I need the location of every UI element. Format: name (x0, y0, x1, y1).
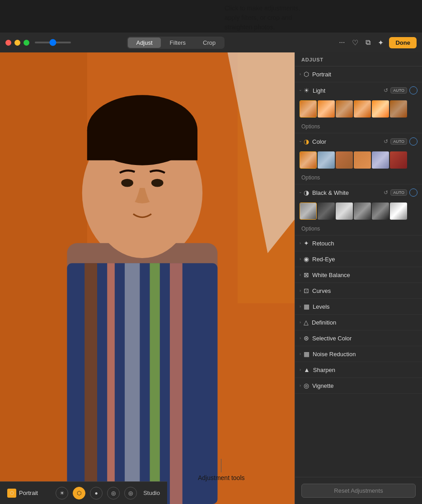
color-thumb-1[interactable] (300, 151, 317, 169)
close-button[interactable] (5, 40, 11, 46)
light-chevron: › (298, 90, 303, 91)
curves-section-header[interactable]: › ⊡ Curves (295, 283, 422, 298)
bw-thumb-3[interactable] (336, 203, 353, 220)
layers-button[interactable]: ⧉ (364, 37, 372, 48)
section-sharpen: › ▲ Sharpen (295, 362, 422, 378)
traffic-lights (5, 40, 29, 46)
vignette-section-header[interactable]: › ◎ Vignette (295, 378, 422, 393)
selectivecolor-label-text: Selective Color (312, 335, 417, 342)
bw-thumb-6[interactable] (390, 203, 407, 220)
right-panel: ADJUST › ⬡ Portrait › ☀ Light ↺ AUTO (295, 52, 422, 504)
light-thumb-5[interactable] (372, 100, 389, 118)
bw-thumb-2[interactable] (318, 203, 335, 220)
brightness-slider[interactable] (35, 42, 71, 43)
more-button[interactable]: ··· (337, 37, 347, 48)
minimize-button[interactable] (14, 40, 20, 46)
portrait-chevron: › (300, 72, 301, 76)
light-thumb-1[interactable] (300, 100, 317, 118)
bw-thumb-1[interactable] (300, 203, 317, 220)
color-options-label[interactable]: Options (301, 174, 320, 181)
noisereduction-section-header[interactable]: › ▦ Noise Reduction (295, 346, 422, 362)
color-toggle-btn[interactable] (409, 137, 417, 146)
light-auto-badge[interactable]: AUTO (390, 87, 407, 94)
retouch-section-header[interactable]: › ✦ Retouch (295, 236, 422, 251)
bw-options-label[interactable]: Options (301, 226, 320, 232)
retouch-chevron: › (300, 241, 301, 245)
light-reset-icon[interactable]: ↺ (384, 87, 388, 94)
redeye-label-text: Red-Eye (312, 256, 417, 263)
heart-button[interactable]: ♡ (350, 37, 360, 49)
redeye-icon: ◉ (304, 255, 309, 263)
panel-scroll[interactable]: › ⬡ Portrait › ☀ Light ↺ AUTO (295, 66, 422, 477)
section-portrait: › ⬡ Portrait (295, 66, 422, 82)
whitebalance-section-header[interactable]: › ⊠ White Balance (295, 267, 422, 283)
light-thumb-2[interactable] (318, 100, 335, 118)
sun-tool-button[interactable]: ☀ (56, 487, 68, 499)
light-section-header[interactable]: › ☀ Light ↺ AUTO (295, 82, 422, 99)
tab-filters[interactable]: Filters (162, 38, 194, 48)
light-thumb-6[interactable] (390, 100, 407, 118)
sharpen-section-header[interactable]: › ▲ Sharpen (295, 362, 422, 377)
bw-chevron: › (298, 192, 303, 193)
section-whitebalance: › ⊠ White Balance (295, 267, 422, 283)
section-color: › ◑ Color ↺ AUTO (295, 133, 422, 184)
bw-auto-badge[interactable]: AUTO (390, 189, 407, 196)
retouch-label-text: Retouch (312, 240, 417, 247)
retouch-icon: ✦ (304, 240, 309, 247)
curves-icon: ⊡ (304, 287, 309, 294)
definition-label-text: Definition (312, 319, 417, 326)
color-thumb-6[interactable] (390, 151, 407, 169)
titlebar-actions: ··· ♡ ⧉ ✦ Done (337, 37, 417, 49)
tab-adjust[interactable]: Adjust (128, 38, 160, 48)
bw-toggle-btn[interactable] (409, 188, 417, 197)
reset-btn-area: Reset Adjustments (295, 477, 422, 504)
ring-tool-button[interactable]: ◎ (107, 487, 120, 499)
bottom-tools: ☀ ⬡ ● ◎ ◎ (56, 487, 137, 499)
portrait-cube-icon: ⬡ (7, 489, 16, 498)
portrait-label-text: Portrait (312, 71, 417, 78)
color-auto-badge[interactable]: AUTO (390, 138, 407, 145)
done-button[interactable]: Done (389, 37, 417, 48)
bw-thumb-4[interactable] (354, 203, 371, 220)
light-thumb-4[interactable] (354, 100, 371, 118)
reset-adjustments-button[interactable]: Reset Adjustments (301, 484, 416, 498)
color-thumb-2[interactable] (318, 151, 335, 169)
brightness-slider-area[interactable] (35, 42, 71, 43)
ring2-tool-button[interactable]: ◎ (124, 487, 137, 499)
light-toggle-btn[interactable] (409, 86, 417, 94)
definition-icon: △ (304, 319, 309, 326)
light-label-text: Light (313, 87, 384, 94)
maximize-button[interactable] (23, 40, 29, 46)
light-options-row[interactable]: Options (295, 120, 422, 133)
bw-label-text: Black & White (312, 189, 384, 196)
levels-section-header[interactable]: › ▦ Levels (295, 299, 422, 314)
sharpen-label-text: Sharpen (313, 367, 417, 373)
tab-crop[interactable]: Crop (195, 38, 224, 48)
color-options-row[interactable]: Options (295, 171, 422, 184)
bw-options-row[interactable]: Options (295, 222, 422, 235)
color-reset-icon[interactable]: ↺ (384, 138, 388, 145)
magic-button[interactable]: ✦ (376, 37, 385, 49)
tab-group: Adjust Filters Crop (127, 37, 225, 49)
bw-section-header[interactable]: › ◑ Black & White ↺ AUTO (295, 184, 422, 201)
portrait-section-header[interactable]: › ⬡ Portrait (295, 66, 422, 82)
color-section-header[interactable]: › ◑ Color ↺ AUTO (295, 133, 422, 150)
light-thumb-3[interactable] (336, 100, 353, 118)
titlebar: Adjust Filters Crop ··· ♡ ⧉ ✦ Done (0, 33, 422, 52)
light-options-label[interactable]: Options (301, 123, 320, 130)
color-label-text: Color (312, 138, 384, 145)
color-thumb-3[interactable] (336, 151, 353, 169)
section-retouch: › ✦ Retouch (295, 236, 422, 251)
redeye-section-header[interactable]: › ◉ Red-Eye (295, 251, 422, 267)
color-thumb-4[interactable] (354, 151, 371, 169)
circle-tool-button[interactable]: ● (90, 487, 103, 499)
section-noisereduction: › ▦ Noise Reduction (295, 346, 422, 362)
cube-tool-button[interactable]: ⬡ (73, 487, 85, 499)
color-thumb-5[interactable] (372, 151, 389, 169)
selectivecolor-section-header[interactable]: › ⊛ Selective Color (295, 330, 422, 346)
bw-thumb-5[interactable] (372, 203, 389, 220)
noisereduction-label-text: Noise Reduction (313, 351, 417, 358)
definition-section-header[interactable]: › △ Definition (295, 315, 422, 330)
bw-reset-icon[interactable]: ↺ (384, 189, 388, 196)
section-definition: › △ Definition (295, 315, 422, 330)
